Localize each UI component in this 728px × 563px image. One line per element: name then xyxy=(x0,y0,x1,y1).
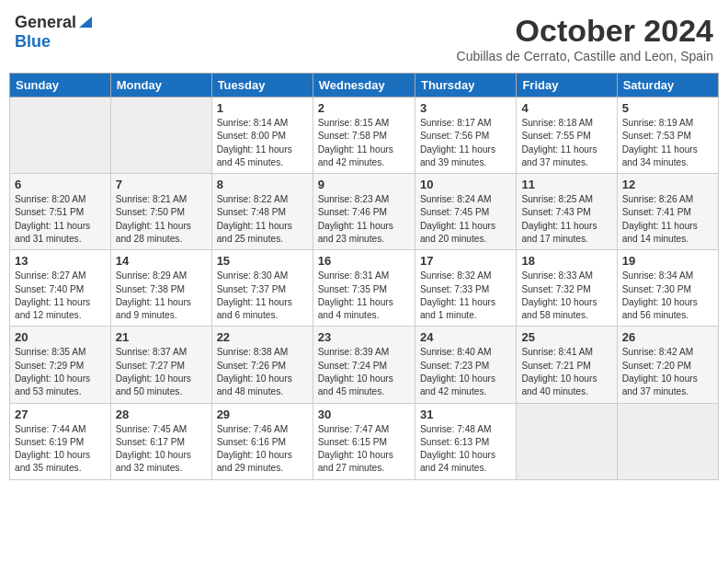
title-area: October 2024 Cubillas de Cerrato, Castil… xyxy=(457,13,713,63)
day-number: 12 xyxy=(622,178,713,191)
calendar-week-row: 6Sunrise: 8:20 AM Sunset: 7:51 PM Daylig… xyxy=(10,174,719,250)
day-info: Sunrise: 8:33 AM Sunset: 7:32 PM Dayligh… xyxy=(521,270,611,322)
day-number: 7 xyxy=(116,178,207,191)
day-info: Sunrise: 8:42 AM Sunset: 7:20 PM Dayligh… xyxy=(622,346,713,398)
calendar-cell: 27Sunrise: 7:44 AM Sunset: 6:19 PM Dayli… xyxy=(10,403,111,479)
calendar-cell: 13Sunrise: 8:27 AM Sunset: 7:40 PM Dayli… xyxy=(10,250,111,327)
day-info: Sunrise: 7:44 AM Sunset: 6:19 PM Dayligh… xyxy=(15,423,106,476)
day-info: Sunrise: 8:18 AM Sunset: 7:55 PM Dayligh… xyxy=(521,117,611,169)
day-number: 14 xyxy=(116,254,207,268)
day-number: 29 xyxy=(217,408,308,421)
calendar-cell: 7Sunrise: 8:21 AM Sunset: 7:50 PM Daylig… xyxy=(110,174,211,250)
day-number: 30 xyxy=(318,408,410,421)
page-header: General Blue October 2024 Cubillas de Ce… xyxy=(9,9,719,67)
day-info: Sunrise: 8:27 AM Sunset: 7:40 PM Dayligh… xyxy=(15,270,106,322)
calendar-cell: 23Sunrise: 8:39 AM Sunset: 7:24 PM Dayli… xyxy=(313,327,415,403)
calendar-cell: 31Sunrise: 7:48 AM Sunset: 6:13 PM Dayli… xyxy=(415,403,516,479)
calendar-cell: 10Sunrise: 8:24 AM Sunset: 7:45 PM Dayli… xyxy=(415,174,516,250)
day-number: 16 xyxy=(318,254,410,268)
day-number: 22 xyxy=(217,330,308,344)
day-info: Sunrise: 8:40 AM Sunset: 7:23 PM Dayligh… xyxy=(420,346,511,398)
logo: General Blue xyxy=(15,13,94,52)
calendar-week-row: 13Sunrise: 8:27 AM Sunset: 7:40 PM Dayli… xyxy=(10,250,719,327)
day-number: 11 xyxy=(521,178,611,191)
calendar-cell: 29Sunrise: 7:46 AM Sunset: 6:16 PM Dayli… xyxy=(211,403,313,479)
calendar-cell: 2Sunrise: 8:15 AM Sunset: 7:58 PM Daylig… xyxy=(313,98,415,174)
day-info: Sunrise: 8:35 AM Sunset: 7:29 PM Dayligh… xyxy=(15,346,106,398)
day-info: Sunrise: 8:19 AM Sunset: 7:53 PM Dayligh… xyxy=(622,117,713,169)
day-number: 20 xyxy=(15,330,106,344)
header-saturday: Saturday xyxy=(617,74,718,98)
header-wednesday: Wednesday xyxy=(313,74,415,98)
day-number: 1 xyxy=(217,101,308,115)
day-number: 23 xyxy=(318,330,410,344)
day-info: Sunrise: 7:48 AM Sunset: 6:13 PM Dayligh… xyxy=(420,423,511,476)
day-number: 25 xyxy=(521,330,611,344)
svg-marker-0 xyxy=(79,17,92,28)
day-number: 5 xyxy=(622,101,713,115)
day-info: Sunrise: 8:20 AM Sunset: 7:51 PM Dayligh… xyxy=(15,193,106,246)
day-number: 4 xyxy=(521,101,611,115)
day-number: 24 xyxy=(420,330,511,344)
calendar-cell: 14Sunrise: 8:29 AM Sunset: 7:38 PM Dayli… xyxy=(110,250,211,327)
day-info: Sunrise: 8:30 AM Sunset: 7:37 PM Dayligh… xyxy=(217,270,308,322)
calendar-cell: 20Sunrise: 8:35 AM Sunset: 7:29 PM Dayli… xyxy=(10,327,111,403)
calendar-cell: 4Sunrise: 8:18 AM Sunset: 7:55 PM Daylig… xyxy=(517,98,617,174)
calendar-table: SundayMondayTuesdayWednesdayThursdayFrid… xyxy=(9,73,719,480)
day-info: Sunrise: 8:22 AM Sunset: 7:48 PM Dayligh… xyxy=(217,193,308,246)
calendar-cell: 6Sunrise: 8:20 AM Sunset: 7:51 PM Daylig… xyxy=(10,174,111,250)
day-number: 26 xyxy=(622,330,713,344)
day-info: Sunrise: 8:14 AM Sunset: 8:00 PM Dayligh… xyxy=(217,117,308,169)
day-info: Sunrise: 7:46 AM Sunset: 6:16 PM Dayligh… xyxy=(217,423,308,476)
calendar-cell: 26Sunrise: 8:42 AM Sunset: 7:20 PM Dayli… xyxy=(617,327,718,403)
calendar-cell: 15Sunrise: 8:30 AM Sunset: 7:37 PM Dayli… xyxy=(211,250,313,327)
day-info: Sunrise: 8:25 AM Sunset: 7:43 PM Dayligh… xyxy=(521,193,611,246)
calendar-header-row: SundayMondayTuesdayWednesdayThursdayFrid… xyxy=(10,74,719,98)
calendar-cell: 5Sunrise: 8:19 AM Sunset: 7:53 PM Daylig… xyxy=(617,98,718,174)
calendar-cell xyxy=(10,98,111,174)
day-info: Sunrise: 7:47 AM Sunset: 6:15 PM Dayligh… xyxy=(318,423,410,476)
day-number: 31 xyxy=(420,408,511,421)
day-info: Sunrise: 8:39 AM Sunset: 7:24 PM Dayligh… xyxy=(318,346,410,398)
day-number: 8 xyxy=(217,178,308,191)
calendar-week-row: 20Sunrise: 8:35 AM Sunset: 7:29 PM Dayli… xyxy=(10,327,719,403)
day-number: 15 xyxy=(217,254,308,268)
header-tuesday: Tuesday xyxy=(211,74,313,98)
day-number: 27 xyxy=(15,408,106,421)
calendar-cell: 1Sunrise: 8:14 AM Sunset: 8:00 PM Daylig… xyxy=(211,98,313,174)
day-info: Sunrise: 8:34 AM Sunset: 7:30 PM Dayligh… xyxy=(622,270,713,322)
calendar-week-row: 27Sunrise: 7:44 AM Sunset: 6:19 PM Dayli… xyxy=(10,403,719,479)
calendar-cell xyxy=(617,403,718,479)
calendar-cell: 21Sunrise: 8:37 AM Sunset: 7:27 PM Dayli… xyxy=(110,327,211,403)
header-friday: Friday xyxy=(517,74,617,98)
month-title: October 2024 xyxy=(457,13,713,49)
day-info: Sunrise: 8:31 AM Sunset: 7:35 PM Dayligh… xyxy=(318,270,410,322)
header-monday: Monday xyxy=(110,74,211,98)
day-info: Sunrise: 8:24 AM Sunset: 7:45 PM Dayligh… xyxy=(420,193,511,246)
day-number: 3 xyxy=(420,101,511,115)
calendar-cell: 11Sunrise: 8:25 AM Sunset: 7:43 PM Dayli… xyxy=(517,174,617,250)
header-sunday: Sunday xyxy=(10,74,111,98)
day-info: Sunrise: 8:38 AM Sunset: 7:26 PM Dayligh… xyxy=(217,346,308,398)
day-number: 21 xyxy=(116,330,207,344)
calendar-cell: 18Sunrise: 8:33 AM Sunset: 7:32 PM Dayli… xyxy=(517,250,617,327)
day-info: Sunrise: 8:37 AM Sunset: 7:27 PM Dayligh… xyxy=(116,346,207,398)
day-number: 10 xyxy=(420,178,511,191)
location-subtitle: Cubillas de Cerrato, Castille and Leon, … xyxy=(457,49,713,63)
day-info: Sunrise: 8:15 AM Sunset: 7:58 PM Dayligh… xyxy=(318,117,410,169)
logo-blue-text: Blue xyxy=(15,32,51,51)
day-info: Sunrise: 8:41 AM Sunset: 7:21 PM Dayligh… xyxy=(521,346,611,398)
day-info: Sunrise: 8:21 AM Sunset: 7:50 PM Dayligh… xyxy=(116,193,207,246)
calendar-cell: 17Sunrise: 8:32 AM Sunset: 7:33 PM Dayli… xyxy=(415,250,516,327)
calendar-cell: 8Sunrise: 8:22 AM Sunset: 7:48 PM Daylig… xyxy=(211,174,313,250)
calendar-cell: 19Sunrise: 8:34 AM Sunset: 7:30 PM Dayli… xyxy=(617,250,718,327)
calendar-cell: 30Sunrise: 7:47 AM Sunset: 6:15 PM Dayli… xyxy=(313,403,415,479)
day-number: 28 xyxy=(116,408,207,421)
day-number: 13 xyxy=(15,254,106,268)
calendar-week-row: 1Sunrise: 8:14 AM Sunset: 8:00 PM Daylig… xyxy=(10,98,719,174)
day-number: 17 xyxy=(420,254,511,268)
day-info: Sunrise: 7:45 AM Sunset: 6:17 PM Dayligh… xyxy=(116,423,207,476)
calendar-cell: 24Sunrise: 8:40 AM Sunset: 7:23 PM Dayli… xyxy=(415,327,516,403)
day-number: 9 xyxy=(318,178,410,191)
day-info: Sunrise: 8:32 AM Sunset: 7:33 PM Dayligh… xyxy=(420,270,511,322)
